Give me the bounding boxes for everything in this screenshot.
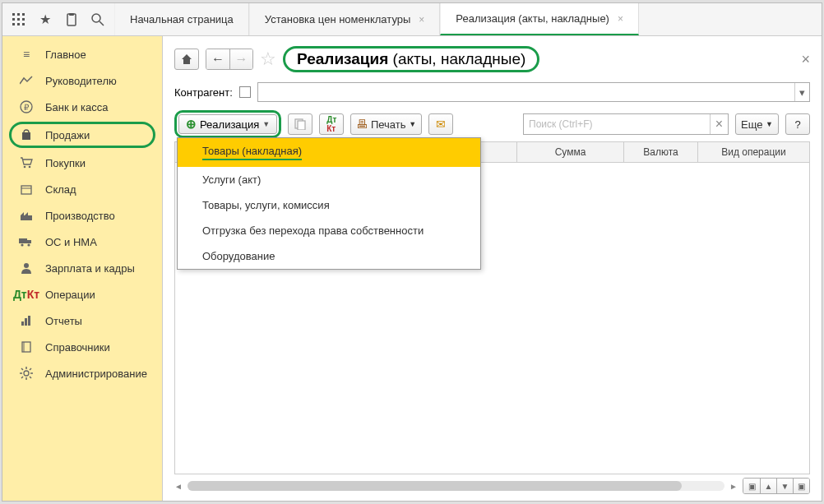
star-icon[interactable]: ★ [34,8,57,31]
chevron-down-icon[interactable]: ▾ [794,83,809,101]
tab-home[interactable]: Начальная страница [114,3,249,35]
search-input[interactable] [524,114,710,134]
box-icon [19,182,34,197]
svg-rect-18 [21,186,31,194]
svg-rect-10 [69,13,74,16]
home-button[interactable] [174,49,199,70]
clear-search-button[interactable]: × [710,114,728,134]
contractor-checkbox[interactable] [239,86,251,98]
svg-rect-0 [12,13,15,16]
printer-icon: 🖶 [356,118,368,131]
scroll-last-button[interactable]: ▣ [793,479,809,493]
help-button[interactable]: ? [785,113,810,135]
table-column-operation[interactable]: Вид операции [698,142,809,162]
page-title: Реализация (акты, накладные) [283,46,539,72]
svg-rect-1 [17,13,20,16]
dtkt-icon: ДтКт [19,287,34,302]
bag-icon [19,127,34,142]
svg-rect-3 [12,18,15,21]
sidebar-item-directories[interactable]: Справочники [2,334,162,360]
gear-icon [19,366,34,381]
close-icon[interactable]: × [618,13,623,25]
print-button[interactable]: 🖶 Печать ▼ [350,113,422,135]
svg-marker-21 [21,212,24,215]
svg-rect-7 [17,23,20,25]
dtkt-button[interactable]: ДтКт [319,113,344,135]
sidebar-item-operations[interactable]: ДтКтОперации [2,281,162,307]
sidebar-item-manager[interactable]: Руководителю [2,67,162,94]
scroll-down-button[interactable]: ▼ [776,479,793,493]
top-bar: ★ Начальная страница Установка цен номен… [2,3,822,36]
svg-point-26 [27,243,30,246]
svg-marker-42 [182,54,192,64]
plus-icon: ⊕ [186,117,197,132]
svg-point-16 [24,166,26,169]
search-icon[interactable] [86,8,109,31]
person-icon [19,261,34,275]
sidebar-item-reports[interactable]: Отчеты [2,307,162,334]
svg-line-39 [30,377,31,378]
svg-line-41 [30,368,31,370]
sidebar-item-admin[interactable]: Администрирование [2,360,162,386]
search-box[interactable]: × [523,113,729,135]
contractor-field[interactable] [258,83,794,101]
svg-rect-4 [17,18,20,21]
svg-line-38 [21,368,23,370]
dropdown-item-goods-services-commission[interactable]: Товары, услуги, комиссия [178,192,480,218]
favorite-star-icon[interactable]: ☆ [260,49,276,70]
svg-rect-15 [22,132,30,140]
clipboard-icon[interactable] [60,8,83,31]
table-column-sum[interactable]: Сумма [517,142,624,162]
apps-icon[interactable] [7,8,30,31]
scroll-up-button[interactable]: ▲ [760,479,776,493]
svg-point-25 [21,243,23,246]
contractor-input[interactable]: ▾ [257,82,810,102]
dropdown-item-equipment[interactable]: Оборудование [178,243,480,269]
book-icon [19,340,34,354]
svg-rect-20 [21,215,32,220]
svg-marker-22 [25,212,28,215]
envelope-icon: ✉ [436,118,446,131]
back-button[interactable]: ← [206,49,229,69]
tab-realization[interactable]: Реализация (акты, накладные)× [440,3,639,35]
bars-icon [19,313,34,328]
factory-icon [19,208,34,223]
svg-rect-24 [27,240,31,243]
forward-button[interactable]: → [229,49,252,69]
tab-prices[interactable]: Установка цен номенклатуры× [249,3,441,35]
sidebar-item-sales[interactable]: Продажи [9,122,155,148]
sidebar-item-main[interactable]: ≡Главное [2,41,162,67]
dropdown-item-goods-invoice[interactable]: Товары (накладная) [178,138,480,167]
close-page-button[interactable]: × [801,51,810,68]
sidebar-item-bank[interactable]: ₽Банк и касса [2,94,162,120]
main-panel: ← → ☆ Реализация (акты, накладные) × Кон… [163,36,822,501]
sidebar-item-assets[interactable]: ОС и НМА [2,229,162,255]
svg-rect-30 [28,316,30,326]
dropdown-item-shipment-no-transfer[interactable]: Отгрузка без перехода права собственност… [178,218,480,243]
svg-rect-28 [21,321,24,326]
svg-point-27 [24,263,29,268]
truck-icon [19,234,34,249]
menu-icon: ≡ [19,47,34,62]
sidebar-item-purchases[interactable]: Покупки [2,150,162,176]
chevron-down-icon: ▼ [262,120,270,128]
dropdown-item-services[interactable]: Услуги (акт) [178,167,480,192]
ruble-icon: ₽ [19,99,34,114]
close-icon[interactable]: × [419,14,424,25]
mail-button[interactable]: ✉ [428,113,453,135]
sidebar-item-warehouse[interactable]: Склад [2,176,162,202]
realization-button[interactable]: ⊕ Реализация ▼ [178,114,277,134]
sidebar-item-production[interactable]: Производство [2,202,162,229]
sidebar-item-hr[interactable]: Зарплата и кадры [2,255,162,281]
sidebar: ≡Главное Руководителю ₽Банк и касса Прод… [2,36,163,501]
chart-icon [19,73,34,88]
svg-rect-44 [298,121,305,130]
copy-button[interactable] [288,113,312,135]
table-column-currency[interactable]: Валюта [624,142,698,162]
more-button[interactable]: Еще ▼ [735,113,779,135]
horizontal-scrollbar[interactable] [187,481,724,491]
svg-point-11 [92,14,100,22]
svg-point-17 [29,166,31,169]
scroll-first-button[interactable]: ▣ [743,479,760,493]
svg-line-12 [100,21,104,25]
